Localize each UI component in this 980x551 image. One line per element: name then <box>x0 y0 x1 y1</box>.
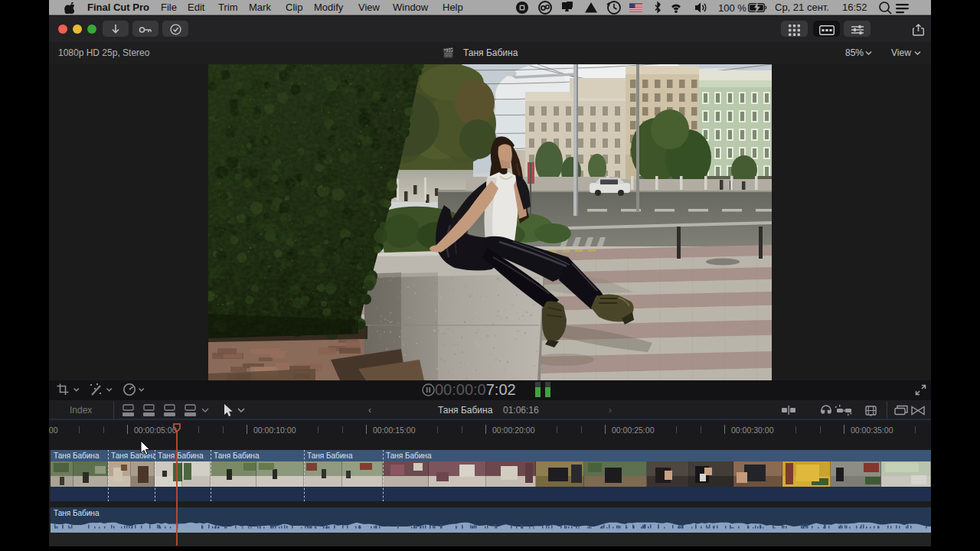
svg-text:100 %: 100 % <box>718 2 746 14</box>
